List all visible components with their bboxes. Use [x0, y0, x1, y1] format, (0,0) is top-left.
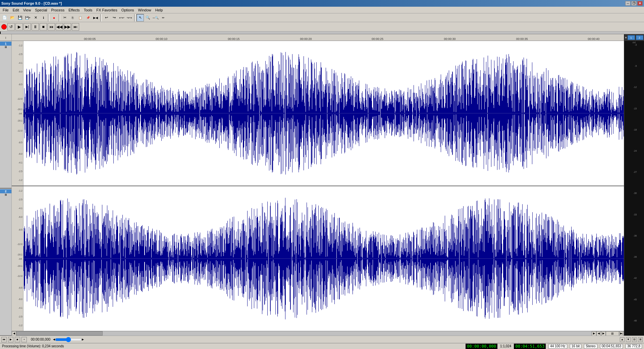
- y-label-t1-14: -1.2: [18, 179, 22, 181]
- timeline-ruler[interactable]: 00:00:05 00:00:10 00:00:15 00:00:20 00:0…: [12, 34, 624, 41]
- menu-effects[interactable]: Effects: [66, 7, 82, 13]
- go-end-button[interactable]: ⏭: [72, 23, 79, 31]
- track2-badge: 2: [0, 189, 11, 193]
- v-scroll-up[interactable]: ▲: [620, 337, 625, 342]
- paste-special-button[interactable]: 📌: [84, 14, 92, 21]
- position-cursor: [0, 32, 1, 34]
- vu-scale-label-5: -24: [633, 150, 637, 152]
- open-button[interactable]: 📂: [9, 14, 16, 21]
- menu-special[interactable]: Special: [33, 7, 49, 13]
- trim-button[interactable]: ▶◀: [92, 14, 99, 21]
- status-bar: Processing time (Volume): 0,234 seconds …: [0, 343, 644, 349]
- rewind-button[interactable]: ◀◀: [56, 23, 63, 31]
- vu-channel2-button[interactable]: 2: [636, 35, 643, 40]
- go-start-button[interactable]: ⏮: [48, 23, 55, 31]
- menu-tools[interactable]: Tools: [82, 7, 95, 13]
- close-button[interactable]: ✕: [637, 1, 643, 6]
- zoom-in-button[interactable]: 🔍: [144, 14, 152, 21]
- bottom-prev-button[interactable]: ⏮: [1, 337, 7, 342]
- scroll-right-button[interactable]: ▶: [592, 331, 596, 336]
- menu-help[interactable]: Help: [153, 7, 165, 13]
- properties-button[interactable]: ℹ: [40, 14, 47, 21]
- menu-file[interactable]: File: [1, 7, 11, 13]
- zoom-selector[interactable]: ⊞: [606, 331, 619, 336]
- y-label-t2-14: -1.2: [18, 324, 22, 326]
- vu-scale-label-8: -33: [633, 213, 637, 215]
- save-button[interactable]: 💾: [16, 14, 24, 21]
- stop-button[interactable]: ■: [40, 23, 47, 31]
- normal-tool-button[interactable]: ↖: [137, 14, 144, 21]
- toolbar-separator-3: [100, 14, 102, 21]
- scroll-left-button[interactable]: ◀: [12, 331, 16, 336]
- y-label-t1-10: -8.5: [18, 141, 22, 143]
- vu-scale-label-1: -9: [635, 65, 637, 67]
- bottom-stop-button[interactable]: ■: [15, 337, 20, 342]
- pencil-button[interactable]: ✏: [160, 14, 167, 21]
- vu-channel1-button[interactable]: 1: [628, 35, 635, 40]
- record-transport-button[interactable]: [1, 24, 7, 30]
- ruler-tick-10s: 00:00:10: [156, 37, 167, 41]
- menu-fx-favorites[interactable]: FX Favorites: [94, 7, 119, 13]
- position-bar[interactable]: [0, 32, 644, 34]
- menu-view[interactable]: View: [21, 7, 33, 13]
- title-bar-buttons: ─ ❐ ✕: [625, 1, 643, 6]
- track2-header[interactable]: 2 ⊞: [0, 189, 11, 336]
- ruler-spacer: ↕: [0, 34, 11, 41]
- save-all-button[interactable]: 💾+: [24, 14, 32, 21]
- scroll-end-button[interactable]: ▶|: [619, 331, 624, 336]
- y-label-t1-2: -2.5: [18, 53, 22, 55]
- y-label-t2-6: -12.0: [17, 243, 22, 245]
- undo2-button[interactable]: ↩↩: [118, 14, 125, 21]
- play-button[interactable]: ▶: [15, 23, 23, 31]
- pause-button[interactable]: ⏸: [32, 23, 39, 31]
- cut-button[interactable]: ✂: [61, 14, 68, 21]
- redo-button[interactable]: ↪: [110, 14, 118, 21]
- track1-header[interactable]: 1 ⊞: [0, 41, 11, 189]
- menu-process[interactable]: Process: [49, 7, 66, 13]
- horizontal-scrollbar[interactable]: ◀ ▶ ◀ ▶ ⊞ ▶|: [12, 331, 624, 336]
- rate-slider-container: ◀ ▶: [53, 338, 84, 342]
- y-label-t2-13: -2.5: [18, 315, 22, 317]
- scroll-track[interactable]: [16, 331, 592, 336]
- y-label-t2-11: -6.0: [18, 298, 22, 300]
- menu-edit[interactable]: Edit: [11, 7, 21, 13]
- status-zoom: 1:1,024: [500, 344, 511, 348]
- waveform-canvas-2: [23, 186, 624, 331]
- scroll-thumb[interactable]: [16, 331, 103, 336]
- close-file-button[interactable]: ✕: [32, 14, 39, 21]
- new-button[interactable]: 📄: [1, 14, 8, 21]
- copy-button[interactable]: ⎘: [69, 14, 76, 21]
- track2-waveform[interactable]: [23, 186, 624, 331]
- zoom-fit-button[interactable]: ⊟: [632, 337, 637, 342]
- zoom-full-button[interactable]: ⊞: [638, 337, 643, 342]
- menu-window[interactable]: Window: [136, 7, 153, 13]
- loop-button[interactable]: ↺: [7, 23, 15, 31]
- minimize-button[interactable]: ─: [625, 1, 631, 6]
- transport-bar: ↺ ▶ ▶| ⏸ ■ ⏮ ◀◀ ▶▶ ⏭: [0, 22, 644, 32]
- vu-scale-label-2: -12: [633, 86, 637, 88]
- zoom-out-button[interactable]: ─🔍: [152, 14, 159, 21]
- y-label-t2-10: -8.5: [18, 286, 22, 289]
- v-scroll-down[interactable]: ▼: [626, 337, 631, 342]
- vu-meter-panel: 1 2 -Inf. -3-9-12-15-18-24-27-30-33-36-3…: [624, 34, 644, 336]
- y-label-t2-12: -4.1: [18, 307, 22, 309]
- y-label-t2-5: -8.5: [18, 229, 22, 231]
- restore-button[interactable]: ❐: [631, 1, 637, 6]
- bottom-rate-plus-button[interactable]: +: [21, 337, 27, 342]
- redo2-button[interactable]: ↪↪: [126, 14, 133, 21]
- menu-options[interactable]: Options: [119, 7, 136, 13]
- record-button[interactable]: ●: [50, 14, 58, 21]
- fast-forward-button[interactable]: ▶▶: [64, 23, 71, 31]
- tracks-body: -1.2 -2.5 -4.1 -6.0 -8.5 -12.0 -18.1 -In…: [12, 41, 624, 331]
- vu-bars-container: -3-9-12-15-18-24-27-30-33-36-39-42-45-48: [630, 44, 639, 336]
- play-sel-button[interactable]: ▶|: [23, 23, 31, 31]
- scroll-right2-button[interactable]: ▶: [601, 331, 606, 336]
- undo-button[interactable]: ↩: [103, 14, 110, 21]
- bottom-play-button[interactable]: ▶: [8, 337, 13, 342]
- menu-bar: File Edit View Special Process Effects T…: [0, 7, 644, 13]
- paste-button[interactable]: 📋: [76, 14, 84, 21]
- y-label-t2-inf: -Inf.: [18, 257, 22, 260]
- rate-slider[interactable]: [55, 338, 82, 342]
- scroll-left2-button[interactable]: ◀: [596, 331, 601, 336]
- track1-waveform[interactable]: [23, 41, 624, 186]
